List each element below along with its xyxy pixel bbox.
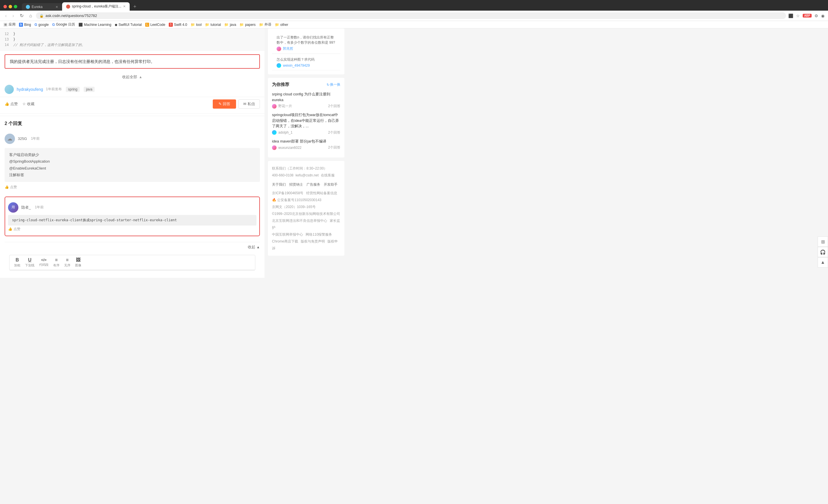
bookmark-google-cal[interactable]: G Google 日历 [52, 22, 75, 27]
image-tool[interactable]: 🖼 图像 [75, 258, 81, 268]
tab-spring-close[interactable]: ✕ [123, 5, 126, 8]
code-line-14: 14 // 刚才代码贴错了，这两个注解我是加了的。 [5, 42, 260, 48]
recommend-item-3-avatar [272, 145, 277, 150]
ordered-list-tool[interactable]: ≡ 有序 [53, 258, 59, 268]
footer-internet[interactable]: 北京互联网违法和不良信息举报中心 [272, 219, 327, 223]
bookmark-java[interactable]: 📁 java [224, 23, 236, 27]
tab-eureka-close[interactable]: ✕ [55, 5, 58, 9]
footer-dev[interactable]: 开发助手 [324, 181, 337, 188]
bookmark-swift[interactable]: S Swift 4.0 [169, 23, 187, 27]
prev-questions-card: 出了一正整数n，请你们找出所有正整数中，有多少个数字的各位数和是 99? 郭兆哲… [268, 29, 344, 75]
footer-chrome[interactable]: Chrome商店下载 [272, 239, 298, 243]
bookmark-ml[interactable]: ⬛ Machine Learning [79, 23, 111, 27]
underline-tool[interactable]: U 下划线 [25, 258, 35, 268]
tab-spring[interactable]: spring-cloud，eureka客户端注... ✕ [62, 2, 130, 11]
close-button[interactable] [3, 5, 7, 8]
recommend-card: 为你推荐 ↻ 换一换 srping cloud config 为什么要注册到 e… [268, 78, 344, 157]
like-button[interactable]: 👍 点赞 [5, 101, 18, 106]
new-tab-button[interactable]: + [131, 3, 139, 11]
bookmark-google-label: google [38, 23, 49, 27]
bookmark-swiftui[interactable]: ◆ SwiftUI Tutorial [115, 23, 142, 27]
recommend-item-2-count: 2个回答 [328, 130, 340, 135]
bookmark-leetcode[interactable]: L LeetCode [145, 23, 165, 27]
headset-button[interactable]: 🎧 [818, 247, 828, 257]
minimize-button[interactable] [9, 5, 12, 8]
bookmark-tool[interactable]: 📁 tool [191, 23, 202, 27]
scroll-top-button[interactable]: ▲ [818, 257, 828, 268]
footer-rights[interactable]: 版权与免责声明 [301, 239, 325, 243]
recommend-header: 为你推荐 ↻ 换一换 [272, 82, 340, 87]
footer-china-report[interactable]: 中国互联网举报中心 [272, 232, 303, 236]
recommend-refresh-button[interactable]: ↻ 换一换 [327, 82, 340, 87]
footer-email[interactable]: kefu@csdn.net [296, 173, 319, 177]
image-label: 图像 [75, 263, 81, 268]
tab-eureka[interactable]: Eureka ✕ [22, 3, 62, 11]
footer-icp: 京ICP备19004658号 [272, 191, 303, 195]
footer-copyright: ©1999–2020北京创新乐知网络技术有限公司 [272, 210, 340, 217]
reload-button[interactable]: ↻ [18, 12, 25, 19]
reply-2-like[interactable]: 👍 点赞 [8, 226, 256, 233]
maximize-button[interactable] [14, 5, 17, 8]
collect-button[interactable]: ☆ 收藏 [23, 101, 35, 106]
footer-about[interactable]: 关于我们 [272, 181, 286, 188]
footer-police110[interactable]: 网络110报警服务 [305, 232, 332, 236]
bookmark-papers-label: papers [245, 23, 256, 27]
recommend-item-3-title[interactable]: idea maven部署 部分jar包不编译 [272, 138, 340, 144]
author-section: hydrakyoufeng 1年前发布 spring java [0, 82, 264, 97]
tag-spring[interactable]: spring [66, 87, 80, 92]
address-bar[interactable]: 🔒 ask.csdn.net/questions/752782 [36, 12, 786, 19]
bookmark-other[interactable]: 📁 other [275, 23, 288, 27]
footer-phone: 400-660-0108 [272, 173, 294, 177]
recommend-item-2-title[interactable]: springcloud项目打包为war放在tomcat中启动报错，在idea中能… [272, 112, 340, 129]
prev-q1-author[interactable]: 郭兆哲 [283, 46, 293, 51]
bold-tool[interactable]: B 加粗 [14, 258, 20, 268]
bookmark-papers[interactable]: 📁 papers [240, 23, 256, 27]
bookmark-bing[interactable]: b Bing [19, 23, 31, 27]
extensions-icon[interactable]: ⚙ [815, 13, 818, 18]
reply-1-like-label: 点赞 [10, 185, 17, 190]
recommend-item-2-author: adolph_1 [278, 131, 292, 134]
bookmark-icon[interactable]: ☆ [796, 13, 800, 18]
reply-1-like[interactable]: 👍 点赞 [5, 184, 260, 191]
prev-q2-text: 怎么实现这种图？求代码 [277, 57, 336, 62]
prev-q2-author[interactable]: weixin_49479429 [283, 63, 309, 67]
footer-business[interactable]: 经营性网站备案信息 [306, 191, 337, 195]
editor-toolbar: B 加粗 U 下划线 </> 代码段 ≡ 有序 [9, 255, 255, 270]
bookmark-google[interactable]: G google [35, 23, 49, 27]
back-button[interactable]: ‹ [3, 13, 8, 19]
home-button[interactable]: ⌂ [28, 13, 34, 19]
reply-button[interactable]: ✎ 回答 [213, 99, 236, 108]
collect-label: 收藏 [27, 101, 35, 106]
swiftui-icon: ◆ [115, 23, 117, 27]
account-icon[interactable]: ◉ [821, 13, 825, 18]
browser-chrome: Eureka ✕ spring-cloud，eureka客户端注... ✕ + … [0, 0, 828, 29]
qr-code-button[interactable]: ⊞ [818, 236, 828, 247]
bookmark-tutorial[interactable]: 📁 tutorial [205, 23, 221, 27]
private-message-button[interactable]: ✉ 私信 [238, 99, 260, 108]
footer-card: 联系我们（工作时间：8:30–22:00） 400-660-0108 kefu@… [268, 161, 344, 256]
collapse-bottom-button[interactable]: 收起 ▲ [5, 242, 260, 252]
bookmark-foreign[interactable]: 📁 外语 [259, 22, 272, 27]
unordered-list-tool[interactable]: ≡ 无序 [64, 258, 71, 268]
footer-chrome-row: Chrome商店下载 版权与免责声明 版权申诉 [272, 238, 340, 252]
forward-button[interactable]: › [11, 13, 15, 19]
screen-mirror-icon[interactable]: ⬛ [788, 13, 793, 18]
ordered-label: 有序 [53, 263, 59, 268]
recommend-item-1-count: 2个回答 [328, 104, 340, 108]
tag-java[interactable]: java [84, 87, 94, 92]
collapse-all-button[interactable]: 收起全部 ▲ [0, 72, 264, 82]
recommend-item-2-avatar [272, 130, 277, 135]
bookmark-leetcode-label: LeetCode [150, 23, 165, 27]
footer-ad[interactable]: 广告服务 [306, 181, 320, 188]
traffic-lights [3, 5, 17, 8]
nav-bar: ‹ › ↻ ⌂ 🔒 ask.csdn.net/questions/752782 … [0, 11, 828, 21]
arrow-up-icon: ▲ [821, 260, 825, 265]
footer-online[interactable]: 在线客服 [321, 173, 335, 177]
recommend-item-1-title[interactable]: srping cloud config 为什么要注册到 eureka [272, 91, 340, 103]
like-label: 点赞 [10, 101, 18, 106]
footer-recruit[interactable]: 招贤纳士 [289, 181, 303, 188]
code-tool[interactable]: </> 代码段 [39, 258, 49, 267]
author-name[interactable]: hydrakyoufeng [17, 87, 43, 92]
bookmark-apps[interactable]: ⊞ 应用 [3, 22, 15, 27]
code-icon: </> [41, 258, 47, 262]
